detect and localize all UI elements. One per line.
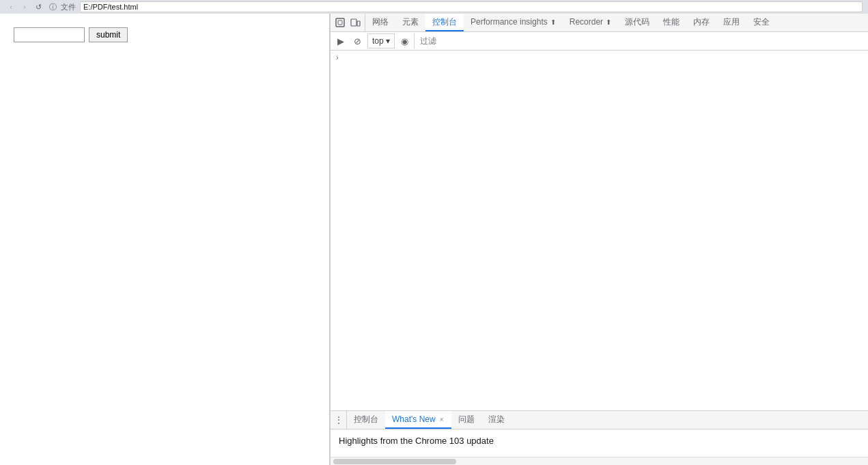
devtools-tabs: 网络 元素 控制台 Performance insights ⬆ Recorde… [365, 14, 868, 31]
drawer-menu-icon[interactable]: ⋮ [331, 411, 347, 429]
eye-icon[interactable]: ◉ [397, 32, 412, 51]
clear-console-icon[interactable]: ⊘ [350, 32, 365, 51]
prompt-arrow-icon[interactable]: › [336, 53, 339, 61]
forward-button[interactable]: › [19, 1, 30, 12]
performance-insights-upgrade-icon: ⬆ [550, 18, 556, 26]
page-area: submit [0, 14, 330, 465]
drawer-tab-issues-label: 问题 [458, 414, 475, 425]
context-selector[interactable]: top ▾ [367, 33, 395, 48]
drawer-content: Highlights from the Chrome 103 update [331, 429, 868, 457]
toolbar-icons [331, 14, 365, 31]
tab-console[interactable]: 控制台 [425, 14, 464, 31]
devtools-panel: 网络 元素 控制台 Performance insights ⬆ Recorde… [330, 14, 868, 465]
page-input-row: submit [14, 27, 316, 42]
page-text-input[interactable] [14, 27, 85, 42]
tab-elements[interactable]: 元素 [395, 14, 425, 31]
security-icon: ⓘ [49, 2, 57, 12]
tab-security[interactable]: 安全 [746, 14, 776, 31]
device-toggle-icon[interactable] [348, 16, 362, 29]
drawer-tab-whats-new-label: What's New [392, 414, 436, 424]
file-label: 文件 [61, 2, 76, 12]
inspect-element-icon[interactable] [333, 16, 347, 29]
drawer-tab-console[interactable]: 控制台 [347, 411, 385, 429]
console-area: › [331, 51, 868, 410]
context-label: top [372, 36, 384, 46]
filter-input[interactable] [414, 33, 865, 48]
drawer-tab-whats-new[interactable]: What's New × [385, 411, 451, 429]
nav-buttons: ‹ › ↺ [5, 1, 44, 12]
tab-network[interactable]: 网络 [365, 14, 395, 31]
recorder-upgrade-icon: ⬆ [606, 18, 611, 26]
drawer-tab-rendering[interactable]: 渲染 [481, 411, 512, 429]
drawer-tab-issues[interactable]: 问题 [451, 411, 481, 429]
back-button[interactable]: ‹ [5, 1, 16, 12]
svg-rect-0 [336, 18, 344, 27]
svg-rect-1 [338, 20, 342, 25]
submit-button[interactable]: submit [89, 27, 128, 42]
tab-performance[interactable]: 性能 [656, 14, 686, 31]
drawer-tabs-bar: ⋮ 控制台 What's New × 问题 渲染 [331, 411, 868, 429]
main-area: submit [0, 14, 868, 465]
run-script-icon[interactable]: ▶ [333, 32, 348, 51]
scrollbar-area [331, 457, 868, 465]
address-bar-area: ⓘ 文件 E:/PDF/test.html [49, 1, 863, 12]
svg-rect-2 [351, 19, 356, 26]
context-dropdown-arrow: ▾ [386, 36, 390, 46]
svg-rect-3 [357, 21, 360, 26]
address-input[interactable]: E:/PDF/test.html [80, 1, 863, 12]
bottom-drawer: ⋮ 控制台 What's New × 问题 渲染 [331, 410, 868, 465]
title-bar: ‹ › ↺ ⓘ 文件 E:/PDF/test.html [0, 0, 868, 14]
whats-new-content-text: Highlights from the Chrome 103 update [339, 435, 860, 447]
drawer-tab-console-label: 控制台 [354, 414, 378, 425]
tab-application[interactable]: 应用 [716, 14, 746, 31]
refresh-button[interactable]: ↺ [33, 1, 44, 12]
tab-sources[interactable]: 源代码 [618, 14, 656, 31]
tab-recorder[interactable]: Recorder ⬆ [563, 14, 618, 31]
console-prompt-row: › [331, 51, 868, 64]
tab-memory[interactable]: 内存 [686, 14, 716, 31]
drawer-tab-rendering-label: 渲染 [488, 414, 505, 425]
devtools-secondary-toolbar: ▶ ⊘ top ▾ ◉ [331, 32, 868, 51]
scrollbar-thumb[interactable] [333, 459, 456, 464]
drawer-tab-close-icon[interactable]: × [438, 414, 445, 425]
devtools-toolbar: 网络 元素 控制台 Performance insights ⬆ Recorde… [331, 14, 868, 32]
tab-performance-insights[interactable]: Performance insights ⬆ [464, 14, 563, 31]
